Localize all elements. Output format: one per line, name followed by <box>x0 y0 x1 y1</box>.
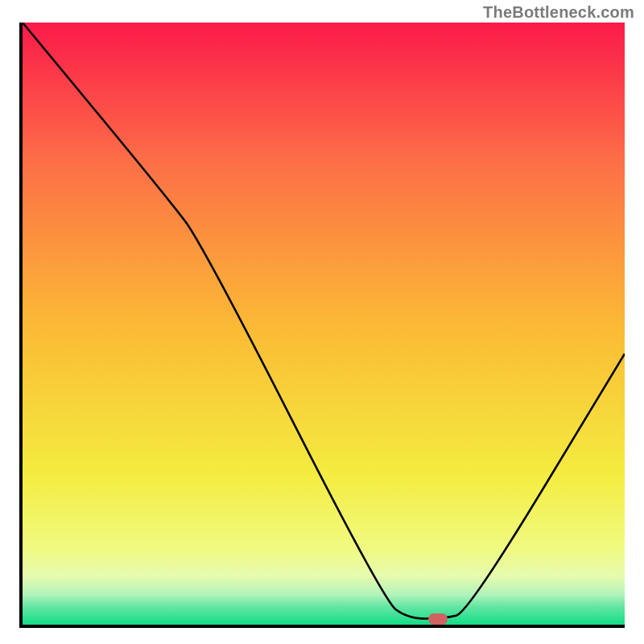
chart-container: TheBottleneck.com <box>0 0 644 644</box>
value-marker <box>428 613 448 625</box>
watermark-label: TheBottleneck.com <box>483 3 634 22</box>
plot-area <box>19 23 625 628</box>
curve-line <box>23 23 625 625</box>
